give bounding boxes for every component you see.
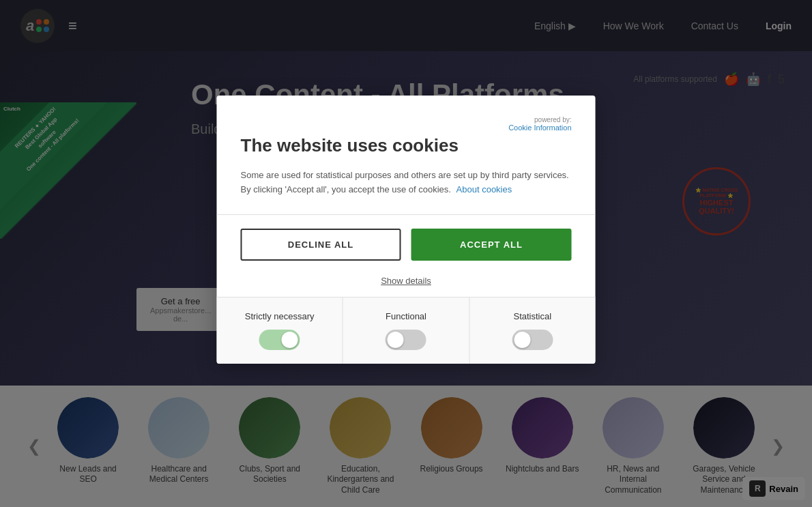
modal-top: powered by: Cookie Information The websi… (217, 96, 596, 214)
cookie-categories: Strictly necessary Functional Statistica… (217, 297, 596, 364)
toggle-necessary-thumb (282, 332, 298, 348)
modal-desc-text: Some are used for statistical purposes a… (241, 170, 569, 194)
category-necessary-label: Strictly necessary (245, 311, 315, 321)
category-statistical-label: Statistical (514, 311, 552, 321)
modal-description: Some are used for statistical purposes a… (241, 169, 572, 197)
toggle-functional-track[interactable] (386, 330, 426, 350)
toggle-functional-thumb (388, 332, 404, 348)
show-details-link[interactable]: Show details (381, 276, 431, 286)
toggle-statistical-track[interactable] (512, 330, 553, 350)
decline-all-button[interactable]: DECLINE ALL (241, 229, 401, 261)
accept-all-button[interactable]: ACCEPT ALL (411, 229, 572, 261)
about-cookies-link[interactable]: About cookies (456, 184, 512, 194)
cookie-category-necessary: Strictly necessary (217, 298, 343, 364)
toggle-necessary-track[interactable] (259, 330, 300, 350)
powered-by: powered by: Cookie Information (241, 116, 572, 132)
powered-by-label: powered by: (534, 116, 571, 124)
toggle-functional[interactable] (386, 330, 426, 350)
modal-buttons: DECLINE ALL ACCEPT ALL (217, 215, 596, 274)
cookie-category-statistical: Statistical (469, 298, 595, 364)
show-details-area: Show details (217, 274, 596, 297)
toggle-statistical-thumb (514, 332, 530, 348)
modal-title: The website uses cookies (241, 135, 572, 156)
cookie-information-link[interactable]: Cookie Information (508, 124, 571, 132)
cookie-modal: powered by: Cookie Information The websi… (217, 96, 596, 364)
toggle-statistical[interactable] (512, 330, 553, 350)
category-functional-label: Functional (386, 311, 426, 321)
toggle-necessary[interactable] (259, 330, 300, 350)
cookie-category-functional: Functional (343, 298, 469, 364)
